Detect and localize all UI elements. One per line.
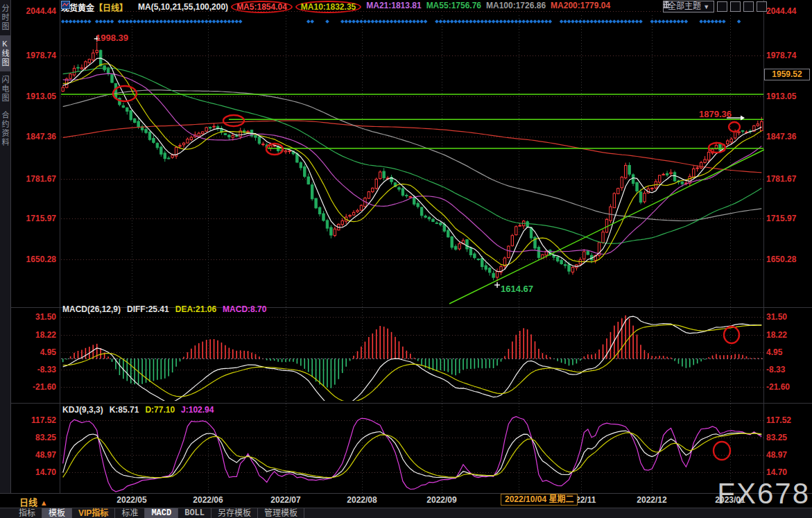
kdj-tick-1-left: 83.25 <box>12 433 56 442</box>
date-label-2: 2022/06 <box>193 495 223 505</box>
red-ellipse-6 <box>724 327 739 343</box>
macd-panel-header[interactable]: MACD(26,12,9) DIFF:25.41 DEA:21.06 MACD:… <box>62 304 273 314</box>
chart-app-window: 分时图K线图闪电图合约资料 现货黄金【日线】 MA(5,10,21,55,100… <box>0 0 812 518</box>
chart-toolbar-controls: 全部主题 ▼ <box>663 1 767 12</box>
triangle-up-icon: ▲ <box>40 499 48 507</box>
macd-tick-2-right: 4.95 <box>766 347 811 357</box>
kdj-k-value: K:85.71 <box>110 405 139 415</box>
chevron-down-icon: ▼ <box>703 3 709 10</box>
date-label-3: 2022/07 <box>270 495 300 505</box>
date-label-1: 2022/05 <box>116 495 146 505</box>
ma-lines <box>63 58 762 272</box>
ma100-line <box>63 90 762 221</box>
tab-6[interactable]: BOLL <box>178 508 211 518</box>
kdj-tick-2-right: 48.97 <box>766 450 811 460</box>
price-tick-5-right: 1715.97 <box>766 214 811 223</box>
crosshair-date-label: 2022/10/04 星期二 <box>501 494 578 506</box>
red-ellipse-2 <box>223 115 244 126</box>
kdj-tick-0-left: 117.52 <box>12 415 56 425</box>
kdj-panel-header[interactable]: KDJ(9,3,3) K:85.71 D:77.10 J:102.94 <box>62 405 220 415</box>
macd-tick-1-right: 18.22 <box>766 330 811 340</box>
kdj-tick-2-left: 48.97 <box>12 450 56 460</box>
diff-line <box>63 316 762 409</box>
left-chart-type-sidebar: 分时图K线图闪电图合约资料 <box>0 0 11 494</box>
price-tick-0-left: 2044.44 <box>12 6 56 16</box>
arrow-exit-right-icon <box>663 1 671 8</box>
price-tick-1-right: 1978.74 <box>766 51 811 60</box>
price-tick-4-right: 1781.67 <box>766 174 811 184</box>
price-tick-6-left: 1650.28 <box>12 254 56 264</box>
ma-value-6: MA200:1779.04 <box>551 1 610 13</box>
ma-params-label: MA(5,10,21,55,100,200) <box>138 2 228 12</box>
ma-value-1: MA5:1854.04 <box>231 1 293 13</box>
macd-tick-0-left: 31.50 <box>12 312 56 322</box>
compress-bars-button[interactable] <box>730 1 741 12</box>
tab-5[interactable]: MACD <box>145 508 178 518</box>
kdj-panel[interactable] <box>63 417 762 492</box>
ma-values: MA5:1854.04MA10:1832.35MA21:1813.81MA55:… <box>228 1 610 13</box>
fx678-watermark: FX678 <box>717 477 810 510</box>
candlesticks[interactable] <box>62 42 763 282</box>
date-label-4: 2022/08 <box>347 495 377 505</box>
macd-tick-3-left: -8.33 <box>12 365 56 374</box>
tab-2[interactable]: 模板 <box>42 508 72 518</box>
period-selector[interactable]: 日线 ▲ <box>19 495 48 508</box>
kdj-tick-1-right: 83.25 <box>766 433 811 442</box>
macd-panel[interactable] <box>63 316 762 410</box>
macd-tick-3-right: -8.33 <box>766 365 811 374</box>
ma200-line <box>63 121 762 173</box>
macd-tick-1-left: 18.22 <box>12 330 56 340</box>
ma-value-3: MA21:1813.81 <box>366 1 421 13</box>
sidebar-item-3[interactable]: 闪电图 <box>0 71 10 107</box>
date-label-7: 2022/12 <box>637 495 666 505</box>
tab-4[interactable]: 标准 <box>115 508 145 518</box>
tab-1[interactable]: 指标 <box>12 508 42 518</box>
macd-value: MACD:8.70 <box>223 304 266 314</box>
kdj-tick-3-right: 14.70 <box>766 467 811 477</box>
macd-tick-2-left: 4.95 <box>12 347 56 357</box>
kdj-d-value: D:77.10 <box>145 405 175 415</box>
macd-tick-4-left: -21.60 <box>12 382 56 392</box>
date-label-5: 2022/09 <box>426 495 456 505</box>
price-tick-5-left: 1715.97 <box>12 214 56 223</box>
price-tick-4-left: 1781.67 <box>12 174 56 184</box>
sidebar-item-1[interactable]: 分时图 <box>0 0 10 35</box>
kline-macd-kdj-plot[interactable] <box>0 0 812 518</box>
sidebar-item-4[interactable]: 合约资料 <box>0 107 10 151</box>
ascending-trendline <box>449 148 767 304</box>
extreme-markers <box>94 36 745 288</box>
kdj-j-value: J:102.94 <box>181 405 214 415</box>
ma-value-5: MA100:1726.86 <box>486 1 546 13</box>
event-marker-dots[interactable] <box>61 19 741 24</box>
ma21-line <box>63 74 762 254</box>
macd-diff-value: DIFF:25.41 <box>127 304 169 314</box>
dea-line <box>63 325 762 402</box>
tab-7[interactable]: 另存模板 <box>211 508 258 518</box>
kdj-tick-3-left: 14.70 <box>12 467 56 477</box>
sidebar-item-2[interactable]: K线图 <box>0 35 10 71</box>
red-ellipse-7 <box>714 442 730 460</box>
red-circle-annotations <box>113 86 740 460</box>
kdj-title: KDJ(9,3,3) <box>62 405 103 415</box>
bottom-tab-bar: 指标模板VIP指标标准MACDBOLL另存模板管理模板 <box>0 508 812 518</box>
expand-bars-button[interactable] <box>743 1 754 12</box>
k-line <box>63 431 762 478</box>
annotation-price-1: 1998.39 <box>96 33 128 43</box>
tab-8[interactable]: 管理模板 <box>258 508 304 518</box>
indicator-toolbar: 现货黄金【日线】 MA(5,10,21,55,100,200) MA5:1854… <box>61 1 610 13</box>
annotation-price-2: 1879.36 <box>699 109 732 119</box>
kdj-tick-0-right: 117.52 <box>766 415 811 425</box>
macd-dea-value: DEA:21.06 <box>175 304 216 314</box>
tab-3[interactable]: VIP指标 <box>72 508 115 518</box>
pan-crosshair-button[interactable] <box>717 1 727 12</box>
gridlines <box>61 12 763 494</box>
price-tick-0-right: 2044.44 <box>766 6 811 16</box>
price-tick-3-left: 1847.36 <box>12 132 56 141</box>
ma-value-4: MA55:1756.76 <box>426 1 481 13</box>
period-tag: 【日线】 <box>94 1 128 13</box>
ma-value-2: MA10:1832.35 <box>295 1 361 13</box>
price-tick-6-right: 1650.28 <box>766 254 811 264</box>
price-tick-2-right: 1913.05 <box>766 92 811 101</box>
price-tick-1-left: 1978.74 <box>12 51 56 60</box>
theme-dropdown-button[interactable]: 全部主题 ▼ <box>663 1 714 12</box>
